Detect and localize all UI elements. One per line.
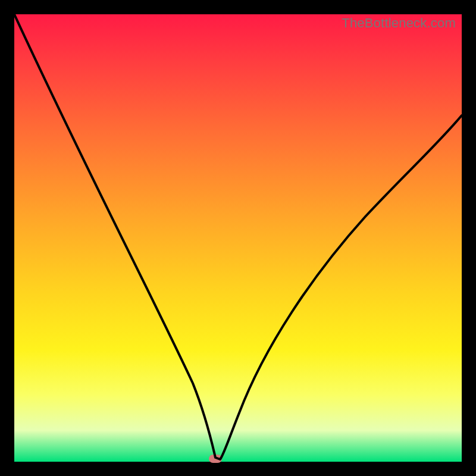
curve-path [14,14,462,459]
watermark-text: TheBottleneck.com [342,15,456,31]
chart-plot-area: TheBottleneck.com [14,14,462,462]
bottleneck-curve [14,14,462,462]
